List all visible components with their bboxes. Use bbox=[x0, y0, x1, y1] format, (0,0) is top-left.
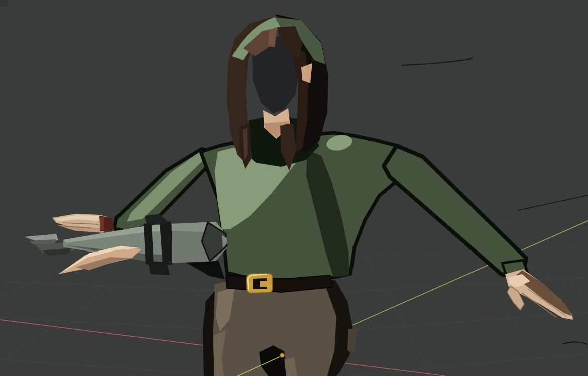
gauntlet-strap-bottom-hw[interactable] bbox=[148, 261, 170, 275]
belt-buckle-prong[interactable] bbox=[260, 281, 268, 287]
character-pants[interactable] bbox=[203, 273, 358, 376]
viewport-corner-shade bbox=[0, 0, 8, 7]
scene-svg bbox=[0, 0, 588, 376]
origin-dot bbox=[280, 353, 285, 358]
background-decor bbox=[0, 0, 8, 7]
viewport-canvas[interactable] bbox=[0, 0, 588, 376]
